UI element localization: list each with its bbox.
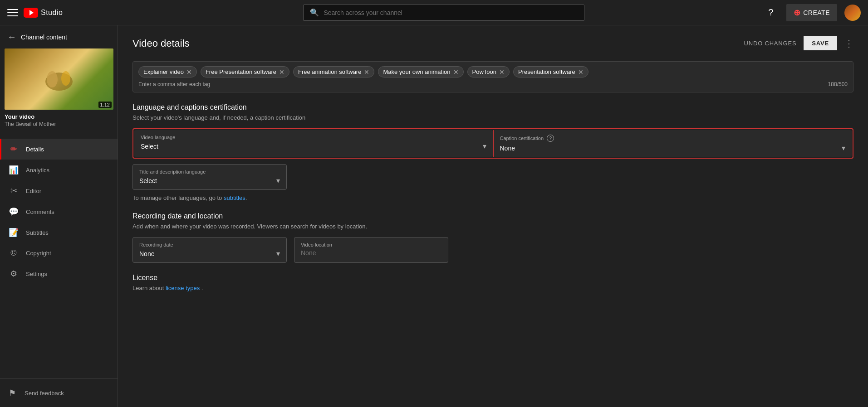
- tag-label: Presentation software: [518, 68, 575, 75]
- feedback-icon: ⚑: [7, 388, 17, 398]
- create-plus-icon: ⊕: [794, 8, 801, 18]
- sidebar-item-subtitles[interactable]: 📝 Subtitles: [0, 222, 118, 243]
- video-location-input[interactable]: [301, 249, 441, 257]
- settings-label: Settings: [26, 271, 47, 277]
- thumb-svg: [41, 66, 77, 93]
- manage-lang-note: To manage other languages, go to subtitl…: [132, 194, 853, 201]
- channel-header[interactable]: ← Channel content: [0, 25, 118, 48]
- subtitles-label: Subtitles: [26, 229, 49, 236]
- tag-remove-animation[interactable]: ✕: [364, 69, 369, 75]
- caption-cert-value: None ▾: [500, 144, 846, 152]
- title-lang-arrow-icon: ▾: [276, 176, 280, 185]
- subtitles-link[interactable]: subtitles: [224, 194, 245, 201]
- video-language-selected: Select: [141, 143, 158, 150]
- tag-remove-explainer[interactable]: ✕: [186, 69, 192, 75]
- sidebar-item-details[interactable]: ✏ Details: [0, 139, 118, 160]
- video-location-field[interactable]: Video location: [294, 237, 448, 263]
- tag-label: Free Presentation software: [206, 68, 276, 75]
- title-lang-label: Title and description language: [139, 169, 280, 174]
- youtube-logo: [24, 8, 38, 18]
- content-area: Video details UNDO CHANGES SAVE ⋮ Explai…: [118, 25, 868, 407]
- search-input[interactable]: [324, 9, 578, 16]
- license-desc-suffix: .: [201, 285, 203, 291]
- tag-powtoon: PowToon ✕: [467, 66, 510, 78]
- tag-remove-software[interactable]: ✕: [578, 69, 584, 75]
- recording-section-desc: Add when and where your video was record…: [132, 223, 853, 230]
- video-language-arrow-icon: ▾: [483, 142, 486, 150]
- tag-make: Make your own animation ✕: [378, 66, 463, 78]
- recording-row: Recording date None ▾ Video location: [132, 237, 853, 263]
- tag-remove-make[interactable]: ✕: [453, 69, 459, 75]
- recording-date-dropdown[interactable]: Recording date None ▾: [132, 237, 287, 263]
- back-arrow-icon[interactable]: ←: [7, 32, 16, 42]
- caption-cert-label: Caption certification ?: [500, 135, 846, 142]
- video-duration: 1:12: [98, 102, 112, 108]
- video-language-dropdown[interactable]: Video language Select ▾: [134, 130, 493, 157]
- comments-icon: 💬: [9, 207, 19, 217]
- content-header: Video details UNDO CHANGES SAVE ⋮: [132, 36, 853, 50]
- video-location-label: Video location: [301, 242, 441, 247]
- help-button[interactable]: ?: [763, 5, 779, 21]
- menu-icon[interactable]: [7, 7, 18, 18]
- undo-button[interactable]: UNDO CHANGES: [744, 40, 797, 47]
- license-desc-text: Learn about: [132, 285, 166, 291]
- caption-cert-arrow-icon: ▾: [842, 144, 845, 152]
- tag-animation: Free animation software ✕: [293, 66, 374, 78]
- page-title: Video details: [132, 38, 190, 49]
- video-title: The Bewail of Mother: [5, 121, 113, 127]
- tag-label: Explainer video: [143, 68, 184, 75]
- search-bar: 🔍: [125, 5, 763, 21]
- video-language-value: Select ▾: [141, 142, 486, 150]
- sidebar-item-analytics[interactable]: 📊 Analytics: [0, 160, 118, 180]
- comments-label: Comments: [26, 208, 54, 215]
- main-layout: ← Channel content 1:12 Your video The Be…: [0, 25, 868, 407]
- sidebar-item-editor[interactable]: ✂ Editor: [0, 180, 118, 201]
- video-language-label: Video language: [141, 135, 486, 140]
- video-thumbnail: 1:12: [5, 48, 113, 110]
- analytics-icon: 📊: [9, 165, 19, 175]
- sidebar: ← Channel content 1:12 Your video The Be…: [0, 25, 118, 407]
- sidebar-item-copyright[interactable]: © Copyright: [0, 243, 118, 263]
- tag-presentation: Free Presentation software ✕: [201, 66, 289, 78]
- license-section-title: License: [132, 274, 853, 282]
- tag-remove-powtoon[interactable]: ✕: [499, 69, 505, 75]
- tags-count: 188/500: [828, 81, 848, 87]
- header-actions: UNDO CHANGES SAVE ⋮: [744, 36, 853, 50]
- license-desc: Learn about license types .: [132, 285, 853, 291]
- save-button[interactable]: SAVE: [804, 36, 837, 50]
- create-button[interactable]: ⊕ CREATE: [786, 4, 837, 21]
- highlight-box: Video language Select ▾ Caption certific…: [132, 128, 853, 159]
- topnav-left: Studio: [7, 7, 125, 18]
- caption-info-icon[interactable]: ?: [547, 135, 554, 142]
- analytics-label: Analytics: [26, 167, 49, 174]
- copyright-icon: ©: [9, 248, 19, 258]
- sidebar-nav: ✏ Details 📊 Analytics ✂ Editor 💬 Comment…: [0, 139, 118, 378]
- recording-date-label: Recording date: [139, 242, 280, 247]
- tags-row: Explainer video ✕ Free Presentation soft…: [138, 66, 848, 78]
- title-lang-dropdown[interactable]: Title and description language Select ▾: [132, 164, 287, 190]
- video-label: Your video The Bewail of Mother: [0, 113, 118, 127]
- help-icon: ?: [768, 7, 773, 18]
- svg-point-3: [47, 71, 58, 87]
- language-section-desc: Select your video's language and, if nee…: [132, 114, 853, 121]
- language-row-highlighted: Video language Select ▾ Caption certific…: [132, 128, 853, 159]
- manage-lang-text: To manage other languages, go to: [132, 194, 224, 201]
- search-bar-inner[interactable]: 🔍: [303, 5, 584, 21]
- send-feedback-item[interactable]: ⚑ Send feedback: [0, 383, 118, 403]
- avatar[interactable]: [844, 5, 861, 21]
- tag-remove-presentation[interactable]: ✕: [279, 69, 284, 75]
- sidebar-item-settings[interactable]: ⚙ Settings: [0, 263, 118, 284]
- tag-software: Presentation software ✕: [513, 66, 588, 78]
- search-icon: 🔍: [310, 8, 319, 17]
- title-lang-value: Select ▾: [139, 176, 280, 185]
- language-section-title: Language and captions certification: [132, 103, 853, 111]
- more-options-button[interactable]: ⋮: [844, 38, 853, 49]
- sidebar-item-comments[interactable]: 💬 Comments: [0, 201, 118, 222]
- tag-label: Make your own animation: [383, 68, 450, 75]
- license-types-link[interactable]: license types: [166, 285, 200, 291]
- caption-cert-dropdown[interactable]: Caption certification ? None ▾: [494, 130, 852, 157]
- send-feedback-label: Send feedback: [25, 390, 64, 397]
- editor-icon: ✂: [9, 186, 19, 196]
- recording-date-arrow-icon: ▾: [276, 249, 280, 258]
- thumb-gradient: [5, 48, 113, 110]
